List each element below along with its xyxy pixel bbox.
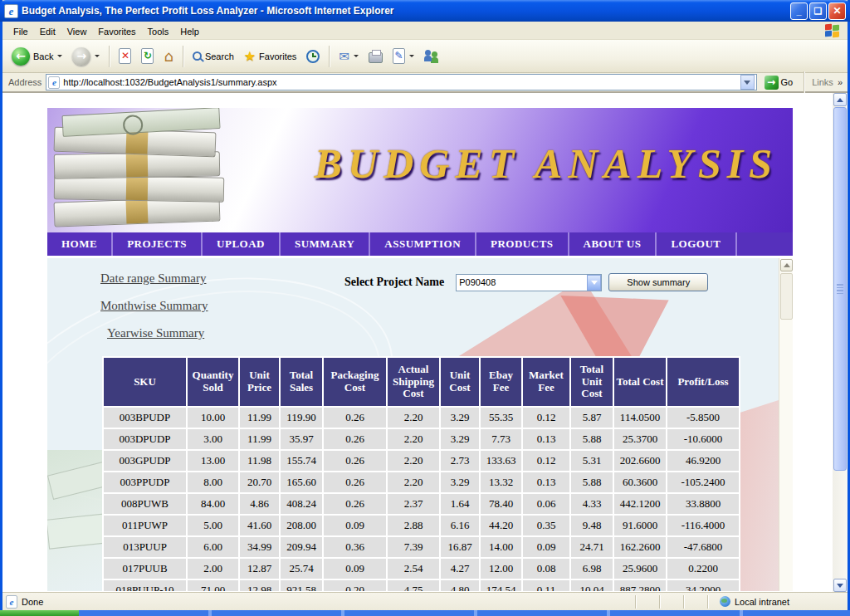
search-button[interactable]: Search	[188, 49, 238, 64]
restore-button[interactable]: ❏	[809, 2, 827, 20]
print-button[interactable]	[364, 46, 387, 66]
nav-item-summary[interactable]: SUMMARY	[281, 232, 370, 256]
nav-item-about-us[interactable]: ABOUT US	[569, 232, 657, 256]
table-header-row: SKUQuantity SoldUnit PriceTotal SalesPac…	[104, 358, 739, 406]
link-yearwise-summary[interactable]: Yearwise Summary	[107, 326, 208, 340]
ie-window: e Budget Analysis, The Perfect Profit Lo…	[0, 0, 850, 610]
table-cell: 0.12	[523, 408, 569, 428]
table-cell: 11.99	[240, 429, 279, 449]
home-button[interactable]: ⌂	[159, 46, 177, 67]
menu-item-tools[interactable]: Tools	[142, 24, 175, 39]
links-label[interactable]: Links	[812, 77, 833, 87]
table-cell: 114.0500	[614, 408, 666, 428]
table-cell: 2.20	[388, 472, 439, 492]
mail-dropdown-icon[interactable]	[354, 55, 359, 57]
status-bar: e Done Local intranet	[2, 592, 848, 610]
mail-button[interactable]: ✉	[335, 47, 363, 66]
scroll-down-icon[interactable]	[833, 579, 847, 592]
browser-viewport: BUDGET ANALYSIS HOMEPROJECTSUPLOADSUMMAR…	[2, 93, 848, 592]
start-button[interactable]	[0, 610, 79, 616]
table-cell: 003BPUDP	[104, 408, 186, 428]
table-cell: 0.09	[324, 516, 386, 535]
windows-logo-icon	[824, 23, 841, 38]
messenger-button[interactable]	[420, 46, 443, 66]
table-row: 008PUWB84.004.86408.240.262.371.6478.400…	[104, 494, 739, 514]
browser-scrollbar[interactable]	[833, 93, 848, 592]
nav-item-logout[interactable]: LOGOUT	[657, 232, 736, 256]
table-cell: 9.48	[571, 516, 613, 535]
link-monthwise-summary[interactable]: Monthwise Summary	[100, 299, 208, 313]
table-cell: 11.98	[240, 451, 279, 471]
table-cell: 011PUWP	[104, 516, 186, 535]
forward-button[interactable]: →	[68, 45, 104, 68]
go-button[interactable]: → Go	[761, 75, 797, 90]
table-cell: 33.8800	[667, 494, 739, 514]
banner: BUDGET ANALYSIS	[47, 108, 793, 232]
table-cell: 71.00	[188, 580, 238, 591]
table-cell: 12.00	[481, 559, 521, 579]
table-cell: 4.27	[441, 559, 479, 579]
page-scrollbar[interactable]	[779, 258, 793, 591]
back-dropdown-icon[interactable]	[57, 55, 62, 57]
menu-item-file[interactable]: File	[7, 24, 34, 39]
table-cell: 1.64	[441, 494, 479, 514]
project-select[interactable]: P090408	[456, 274, 602, 291]
table-row: 003DPUDP3.0011.9935.970.262.203.297.730.…	[104, 429, 739, 449]
table-cell: 4.86	[240, 494, 279, 514]
menu-item-view[interactable]: View	[61, 24, 93, 39]
menu-item-edit[interactable]: Edit	[34, 24, 61, 39]
summary-table: SKUQuantity SoldUnit PriceTotal SalesPac…	[102, 356, 740, 591]
edit-button[interactable]: ✎	[388, 46, 418, 66]
scroll-up-icon[interactable]	[833, 93, 847, 106]
table-cell: 003GPUDP	[104, 451, 186, 471]
table-cell: 0.13	[523, 472, 569, 492]
address-input[interactable]: e http://localhost:1032/BudgetAnalysis1/…	[46, 74, 756, 90]
search-label: Search	[205, 51, 234, 61]
link-date-range-summary[interactable]: Date range Summary	[100, 271, 208, 286]
table-cell: 0.12	[523, 451, 569, 471]
back-button[interactable]: ← Back	[7, 45, 66, 68]
stop-button[interactable]: ✕	[115, 46, 135, 66]
page-scrollbar-thumb[interactable]	[780, 273, 793, 320]
minimize-button[interactable]: _	[790, 2, 808, 20]
refresh-button[interactable]: ↻	[137, 46, 158, 66]
table-row: 018PUUP-1071.0012.98921.580.204.754.8017…	[104, 580, 739, 591]
close-button[interactable]: ✕	[828, 2, 846, 20]
nav-item-home[interactable]: HOME	[47, 232, 113, 256]
status-page-icon: e	[6, 595, 17, 609]
column-header-total-cost: Total Cost	[614, 358, 666, 406]
table-cell: 20.70	[240, 472, 279, 492]
money-stack-image	[54, 113, 237, 231]
history-button[interactable]	[302, 47, 324, 66]
table-cell: 5.00	[188, 516, 238, 535]
show-summary-button[interactable]: Show summary	[608, 273, 708, 291]
address-dropdown-button[interactable]	[740, 75, 755, 90]
links-chevron[interactable]: »	[838, 77, 844, 87]
taskbar[interactable]	[0, 610, 850, 616]
favorites-button[interactable]: ★ Favorites	[240, 47, 301, 66]
toolbar-separator	[183, 46, 183, 67]
table-cell: 2.20	[388, 451, 439, 471]
table-cell: 0.26	[324, 494, 386, 514]
nav-item-products[interactable]: PRODUCTS	[476, 232, 569, 256]
content-region: Date range SummaryMonthwise SummaryYearw…	[47, 258, 793, 591]
table-cell: 162.2600	[614, 537, 666, 557]
forward-dropdown-icon[interactable]	[95, 55, 100, 57]
browser-scrollbar-thumb[interactable]	[833, 107, 847, 471]
table-cell: 3.29	[441, 472, 479, 492]
table-cell: 017PUUB	[104, 559, 186, 579]
project-select-dropdown-icon[interactable]	[587, 275, 601, 291]
table-cell: 3.29	[441, 408, 479, 428]
taskbar-tasks[interactable]	[79, 610, 850, 616]
table-cell: 003DPUDP	[104, 429, 186, 449]
menu-item-help[interactable]: Help	[174, 24, 205, 39]
nav-item-upload[interactable]: UPLOAD	[203, 232, 281, 256]
menu-item-favorites[interactable]: Favorites	[92, 24, 141, 39]
table-cell: 921.58	[281, 580, 322, 591]
page-scroll-up-icon[interactable]	[780, 259, 793, 271]
nav-item-projects[interactable]: PROJECTS	[113, 232, 203, 256]
favorites-label: Favorites	[259, 51, 296, 61]
nav-item-assumption[interactable]: ASSUMPTION	[370, 232, 476, 256]
edit-dropdown-icon[interactable]	[409, 55, 414, 57]
table-cell: 2.37	[388, 494, 439, 514]
